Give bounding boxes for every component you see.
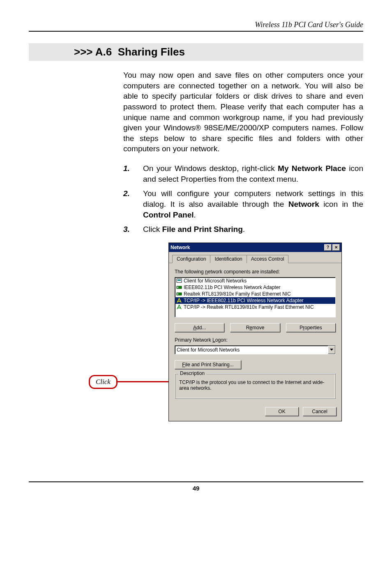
step-text: On your Windows desktop, right-click [143,164,278,173]
cancel-button[interactable]: Cancel [303,407,337,416]
step-2: 2. You will configure your computers net… [123,188,363,220]
network-dialog: Network ? ✕ Configuration Identification… [168,243,342,421]
chevron-down-icon[interactable] [328,346,335,354]
svg-rect-1 [178,280,181,281]
step-1: 1. On your Windows desktop, right-click … [123,163,363,184]
step-text: . [243,225,245,234]
page-footer: 49 [29,481,363,492]
callout-label: Click [89,375,118,389]
tab-identification[interactable]: Identification [210,255,247,263]
step-3: 3. Click File and Print Sharing. [123,224,363,235]
list-item[interactable]: Realtek RTL8139/810x Family Fast Etherne… [175,291,335,297]
step-text: Click [143,225,162,234]
list-item[interactable]: TCP/IP -> Realtek RTL8139/810x Family Fa… [175,304,335,310]
body-paragraph: You may now open and save files on other… [123,70,363,154]
list-item-selected[interactable]: TCP/IP -> IEEE802.11b PCI Wireless Netwo… [175,297,335,304]
ok-button[interactable]: OK [265,407,299,416]
description-text: TCP/IP is the protocol you use to connec… [179,379,331,391]
protocol-icon [176,298,182,303]
client-icon [176,278,182,284]
step-text: . [194,210,196,219]
step-number: 2. [123,188,143,220]
close-icon: ✕ [334,245,338,250]
step-bold: Network [288,200,319,208]
description-legend: Description [178,370,206,376]
tab-access-control[interactable]: Access Control [247,255,289,263]
add-button[interactable]: Add... [175,323,224,332]
click-callout: Click [89,375,178,389]
dialog-titlebar[interactable]: Network ? ✕ [169,243,341,252]
section-heading-bar: >>> A.6 Sharing Files [29,43,363,61]
svg-rect-5 [177,293,178,295]
list-item-label: TCP/IP -> Realtek RTL8139/810x Family Fa… [184,304,314,310]
components-listbox[interactable]: Client for Microsoft Networks IEEE802.11… [175,277,336,317]
tab-strip: Configuration Identification Access Cont… [169,252,341,263]
protocol-icon [176,304,182,310]
list-item[interactable]: IEEE802.11b PCI Wireless Network Adapter [175,284,335,291]
list-item-label: IEEE802.11b PCI Wireless Network Adapter [184,284,280,290]
tab-configuration[interactable]: Configuration [172,255,210,263]
svg-rect-3 [177,287,178,288]
list-item[interactable]: Client for Microsoft Networks [175,278,335,284]
running-header: Wireless 11b PCI Card User's Guide [29,21,363,31]
step-bold: My Network Place [278,164,346,173]
header-rule [29,31,363,32]
remove-button[interactable]: Remove [230,323,280,332]
steps-list: 1. On your Windows desktop, right-click … [123,163,363,235]
logon-value: Client for Microsoft Networks [177,347,240,353]
description-group: Description TCP/IP is the protocol you u… [175,373,336,399]
step-number: 3. [123,224,143,235]
section-prefix: >>> A.6 [74,46,112,58]
step-text: icon in the [319,200,363,208]
step-number: 1. [123,163,143,184]
close-button[interactable]: ✕ [332,244,340,251]
step-bold: Control Panel [143,210,194,219]
properties-button[interactable]: Properties [286,323,336,332]
logon-label: Primary Network Logon: [175,337,336,343]
logon-combo[interactable]: Client for Microsoft Networks [175,345,336,354]
list-item-label: TCP/IP -> IEEE802.11b PCI Wireless Netwo… [184,298,304,303]
list-item-label: Realtek RTL8139/810x Family Fast Etherne… [184,291,291,297]
components-label: The following network components are ins… [175,269,336,275]
svg-marker-8 [330,349,333,351]
adapter-icon [176,291,182,297]
file-print-sharing-button[interactable]: File and Print Sharing... [175,360,241,369]
list-item-label: Client for Microsoft Networks [184,278,247,284]
dialog-title: Network [171,245,190,250]
step-bold: File and Print Sharing [162,225,242,234]
section-title: Sharing Files [118,46,185,58]
adapter-icon [176,284,182,290]
help-button[interactable]: ? [324,244,332,251]
